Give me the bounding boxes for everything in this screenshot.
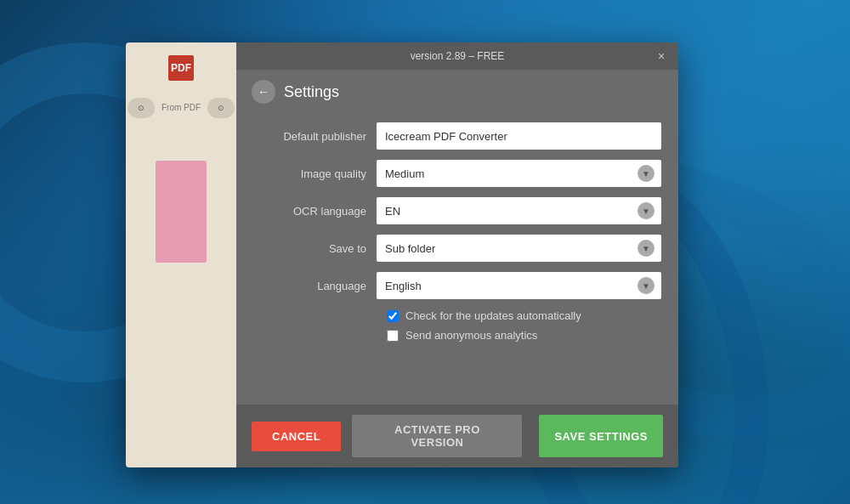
analytics-checkbox[interactable] (387, 330, 399, 342)
sidebar: PDF ⊙ From PDF ⊙ (126, 42, 236, 467)
ocr-language-select[interactable]: EN FR DE (377, 197, 661, 224)
to-pdf-icon: ⊙ (218, 104, 224, 112)
close-button[interactable]: × (653, 48, 670, 65)
save-to-label: Save to (253, 242, 377, 255)
back-icon: ← (258, 85, 269, 99)
language-row: Language English French German ▼ (253, 272, 661, 299)
language-wrapper: English French German ▼ (377, 272, 661, 299)
from-pdf-icon: ⊙ (138, 104, 144, 112)
default-publisher-row: Default publisher (253, 122, 661, 150)
settings-title: Settings (284, 83, 339, 101)
to-pdf-button[interactable]: ⊙ (207, 98, 235, 118)
analytics-label: Send anonymous analytics (405, 329, 537, 342)
sidebar-preview-rect (156, 161, 207, 263)
save-to-row: Save to Sub folder Same folder Custom ▼ (253, 235, 661, 262)
settings-header: ← Settings (236, 70, 678, 114)
title-bar: version 2.89 – FREE × (236, 42, 678, 70)
save-to-wrapper: Sub folder Same folder Custom ▼ (377, 235, 661, 262)
language-label: Language (253, 280, 377, 292)
close-icon: × (658, 49, 665, 63)
main-panel: version 2.89 – FREE × ← Settings Default… (236, 42, 678, 467)
default-publisher-input[interactable] (377, 122, 661, 150)
ocr-language-label: OCR language (253, 205, 377, 218)
updates-checkbox-row: Check for the updates automatically (387, 309, 661, 322)
cancel-button[interactable]: CANCEL (252, 422, 341, 451)
from-pdf-button[interactable]: ⊙ (128, 98, 155, 118)
ocr-language-row: OCR language EN FR DE ▼ (253, 197, 661, 224)
activate-pro-button[interactable]: ACTIVATE PRO VERSION (352, 415, 522, 457)
from-pdf-label: From PDF (162, 98, 201, 118)
window-title: version 2.89 – FREE (262, 50, 653, 62)
updates-checkbox[interactable] (387, 310, 399, 322)
analytics-checkbox-row: Send anonymous analytics (387, 329, 661, 342)
image-quality-select[interactable]: Low Medium High (377, 160, 661, 187)
image-quality-label: Image quality (253, 167, 377, 180)
logo-text: PDF (171, 62, 191, 74)
image-quality-row: Image quality Low Medium High ▼ (253, 160, 661, 187)
settings-content: Default publisher Image quality Low Medi… (236, 114, 678, 405)
footer: CANCEL ACTIVATE PRO VERSION SAVE SETTING… (236, 405, 678, 467)
save-settings-button[interactable]: SAVE SETTINGS (539, 415, 663, 457)
back-button[interactable]: ← (252, 80, 275, 104)
image-quality-wrapper: Low Medium High ▼ (377, 160, 661, 187)
footer-right: ACTIVATE PRO VERSION SAVE SETTINGS (352, 415, 663, 457)
sidebar-nav: ⊙ From PDF ⊙ (128, 98, 235, 118)
app-logo: PDF (168, 55, 194, 81)
default-publisher-label: Default publisher (253, 130, 377, 143)
save-to-select[interactable]: Sub folder Same folder Custom (377, 235, 661, 262)
app-window: PDF ⊙ From PDF ⊙ version 2.89 – FREE × ← (126, 42, 678, 467)
ocr-language-wrapper: EN FR DE ▼ (377, 197, 661, 224)
updates-label: Check for the updates automatically (405, 309, 581, 322)
language-select[interactable]: English French German (377, 272, 661, 299)
